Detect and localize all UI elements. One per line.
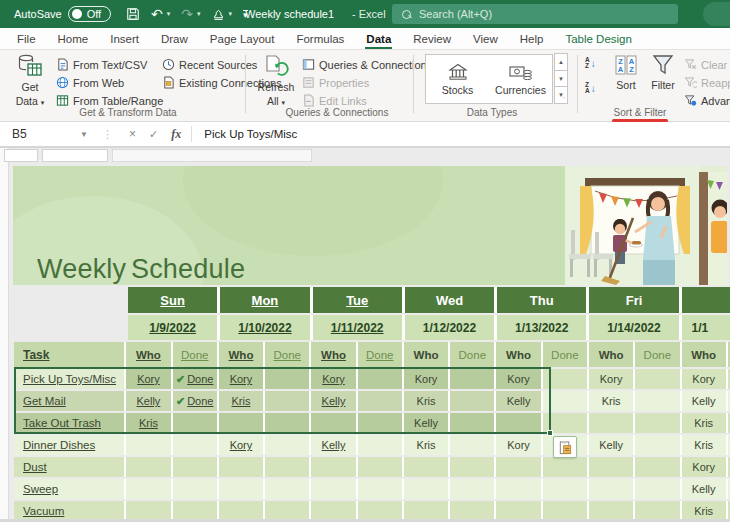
from-web-button[interactable]: From Web [56, 74, 124, 91]
search-input[interactable]: Search (Alt+Q) [392, 4, 678, 24]
schedule-cell[interactable]: Kory [126, 369, 172, 389]
who-column-header[interactable]: Who [126, 342, 172, 367]
schedule-cell[interactable] [404, 501, 450, 521]
gallery-more-icon[interactable]: ▼̱ [554, 86, 568, 104]
schedule-cell[interactable] [265, 413, 311, 433]
from-text-csv-button[interactable]: From Text/CSV [56, 56, 147, 73]
who-column-header[interactable]: Who [219, 342, 265, 367]
schedule-cell[interactable]: Kris [682, 413, 728, 433]
schedule-cell[interactable]: Kelly [589, 435, 635, 455]
done-column-header[interactable]: Done [265, 342, 311, 367]
schedule-cell[interactable] [173, 435, 219, 455]
schedule-cell[interactable] [496, 457, 542, 477]
tab-home[interactable]: Home [47, 28, 100, 49]
schedule-cell[interactable] [450, 435, 496, 455]
ink-tool-icon[interactable] [212, 8, 225, 21]
schedule-cell[interactable] [404, 479, 450, 499]
done-column-header[interactable]: Done [173, 342, 219, 367]
schedule-cell[interactable]: Kelly [496, 391, 542, 411]
schedule-cell[interactable] [450, 369, 496, 389]
schedule-cell[interactable] [358, 391, 404, 411]
sort-descending-button[interactable]: ZA↓ [585, 82, 596, 94]
task-cell[interactable]: Get Mail [14, 391, 126, 411]
sort-ascending-button[interactable]: AZ↓ [585, 57, 596, 69]
schedule-cell[interactable] [450, 413, 496, 433]
day-header-Wed[interactable]: Wed [405, 287, 497, 313]
schedule-cell[interactable] [635, 501, 681, 521]
schedule-cell[interactable] [173, 501, 219, 521]
day-header-partial[interactable] [682, 287, 730, 313]
task-cell[interactable]: Sweep [14, 479, 126, 499]
schedule-cell[interactable]: Kory [496, 369, 542, 389]
schedule-cell[interactable] [543, 369, 589, 389]
schedule-cell[interactable] [219, 457, 265, 477]
day-header-Tue[interactable]: Tue [313, 287, 405, 313]
schedule-cell[interactable] [543, 457, 589, 477]
tab-file[interactable]: File [6, 28, 47, 49]
schedule-cell[interactable] [635, 435, 681, 455]
schedule-cell[interactable] [126, 457, 172, 477]
schedule-cell[interactable]: Kris [404, 435, 450, 455]
schedule-cell[interactable]: Kelly [404, 413, 450, 433]
schedule-cell[interactable] [173, 413, 219, 433]
date-cell-Thu[interactable]: 1/13/2022 [497, 315, 589, 340]
gallery-up-icon[interactable]: ▲ [554, 53, 568, 71]
schedule-cell[interactable] [219, 413, 265, 433]
date-cell-Tue[interactable]: 1/11/2022 [313, 315, 405, 340]
schedule-cell[interactable] [450, 501, 496, 521]
task-cell[interactable]: Dust [14, 457, 126, 477]
schedule-cell[interactable] [635, 479, 681, 499]
schedule-cell[interactable]: Kelly [682, 479, 728, 499]
tab-formulas[interactable]: Formulas [285, 28, 355, 49]
save-icon[interactable] [126, 7, 140, 21]
schedule-cell[interactable] [265, 479, 311, 499]
schedule-cell[interactable]: Kris [126, 413, 172, 433]
enter-icon[interactable]: ✓ [149, 128, 158, 141]
day-header-Mon[interactable]: Mon [220, 287, 312, 313]
schedule-cell[interactable]: Kelly [682, 391, 728, 411]
get-data-button[interactable]: Get Data ▾ [6, 53, 54, 113]
who-column-header[interactable]: Who [311, 342, 357, 367]
schedule-cell[interactable]: Kory [404, 369, 450, 389]
schedule-cell[interactable]: Kory [311, 369, 357, 389]
task-cell[interactable]: Take Out Trash [14, 413, 126, 433]
schedule-cell[interactable]: Kris [589, 391, 635, 411]
schedule-cell[interactable] [496, 413, 542, 433]
schedule-cell[interactable]: Kory [219, 369, 265, 389]
schedule-cell[interactable]: Kris [682, 435, 728, 455]
schedule-cell[interactable] [173, 479, 219, 499]
schedule-cell[interactable] [265, 391, 311, 411]
schedule-cell[interactable] [543, 391, 589, 411]
tab-help[interactable]: Help [509, 28, 555, 49]
formula-bar-grip[interactable]: ⋮ [96, 128, 119, 141]
schedule-cell[interactable] [450, 457, 496, 477]
done-column-header[interactable]: Done [358, 342, 404, 367]
name-box[interactable]: B5 ▼ [0, 122, 96, 146]
schedule-cell[interactable] [265, 457, 311, 477]
date-cell-Mon[interactable]: 1/10/2022 [220, 315, 312, 340]
fill-handle[interactable] [547, 430, 553, 436]
schedule-cell[interactable]: Kory [219, 435, 265, 455]
sort-button[interactable]: Z A A Z Sort [608, 53, 644, 113]
schedule-cell[interactable]: Kory [682, 457, 728, 477]
schedule-cell[interactable]: Kelly [311, 391, 357, 411]
schedule-cell[interactable]: Kelly [126, 391, 172, 411]
schedule-cell[interactable]: Kelly [311, 435, 357, 455]
recent-sources-button[interactable]: Recent Sources [162, 56, 257, 73]
paste-options-button[interactable] [553, 436, 577, 458]
advanced-filter-button[interactable]: Advanced [684, 92, 730, 109]
date-cell-partial[interactable]: 1/1 [682, 315, 730, 340]
schedule-cell[interactable] [635, 457, 681, 477]
autosave-toggle[interactable]: AutoSave Off [14, 6, 111, 22]
schedule-cell[interactable] [358, 457, 404, 477]
schedule-cell[interactable]: Kory [682, 369, 728, 389]
formula-content[interactable]: Pick Up Toys/Misc [192, 128, 297, 140]
date-cell-Sun[interactable]: 1/9/2022 [128, 315, 220, 340]
done-column-header[interactable]: Done [543, 342, 589, 367]
schedule-cell[interactable] [635, 369, 681, 389]
schedule-cell[interactable]: Kory [496, 435, 542, 455]
schedule-cell[interactable]: Kory [589, 369, 635, 389]
task-cell[interactable]: Dinner Dishes [14, 435, 126, 455]
name-box-dropdown-icon[interactable]: ▼ [80, 130, 88, 139]
schedule-cell[interactable] [358, 435, 404, 455]
